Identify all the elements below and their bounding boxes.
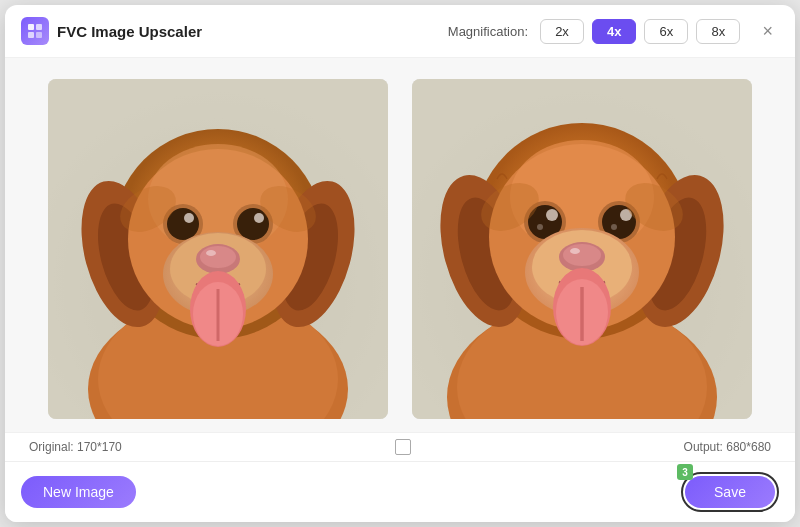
svg-point-53 (570, 248, 580, 254)
output-image (412, 79, 752, 419)
save-area: 3 Save (681, 472, 779, 512)
main-window: FVC Image Upscaler Magnification: 2x 4x … (5, 5, 795, 522)
status-bar: Original: 170*170 Output: 680*680 (5, 432, 795, 461)
svg-rect-1 (36, 24, 42, 30)
original-image-panel (48, 79, 388, 419)
svg-rect-0 (28, 24, 34, 30)
svg-point-25 (206, 250, 216, 256)
footer: New Image 3 Save (5, 461, 795, 522)
app-title: FVC Image Upscaler (57, 23, 202, 40)
logo-area: FVC Image Upscaler (21, 17, 448, 45)
content-area (5, 58, 795, 432)
new-image-button[interactable]: New Image (21, 476, 136, 508)
close-button[interactable]: × (756, 20, 779, 42)
center-square-icon (395, 439, 411, 455)
titlebar: FVC Image Upscaler Magnification: 2x 4x … (5, 5, 795, 58)
output-image-panel (412, 79, 752, 419)
svg-rect-2 (28, 32, 34, 38)
save-button[interactable]: Save (685, 476, 775, 508)
original-image (48, 79, 388, 419)
magnification-label: Magnification: (448, 24, 528, 39)
magnification-area: Magnification: 2x 4x 6x 8x (448, 19, 741, 44)
svg-point-24 (200, 246, 236, 268)
output-size-label: Output: 680*680 (684, 440, 771, 454)
mag-2x-button[interactable]: 2x (540, 19, 584, 44)
mag-8x-button[interactable]: 8x (696, 19, 740, 44)
save-button-wrapper: Save (681, 472, 779, 512)
svg-point-52 (563, 244, 601, 266)
original-size-label: Original: 170*170 (29, 440, 122, 454)
svg-rect-3 (36, 32, 42, 38)
mag-6x-button[interactable]: 6x (644, 19, 688, 44)
app-logo-icon (21, 17, 49, 45)
mag-4x-button[interactable]: 4x (592, 19, 636, 44)
save-badge: 3 (677, 464, 693, 480)
